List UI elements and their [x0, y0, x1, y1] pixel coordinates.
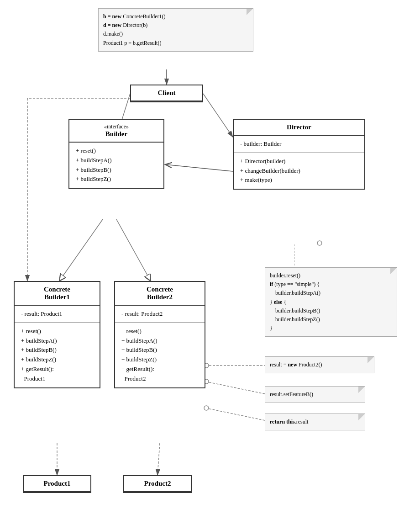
note-reset-text: result = new Product2(): [270, 361, 322, 368]
note-featureb: result.setFeatureB(): [265, 386, 365, 403]
cb1-box: ConcreteBuilder1 - result: Product1 + re…: [14, 281, 100, 388]
builder-method-2: + buildStepA(): [76, 156, 157, 165]
builder-methods: + reset() + buildStepA() + buildStepB() …: [69, 143, 163, 188]
client-label: Client: [131, 85, 202, 101]
cb2-methods: + reset() + buildStepA() + buildStepB() …: [115, 323, 205, 387]
svg-line-7: [59, 219, 103, 281]
builder-method-4: + buildStepZ(): [76, 175, 157, 184]
client-note-line3: d.make(): [103, 30, 248, 38]
cb2-method-2: + buildStepA(): [121, 336, 198, 346]
svg-line-4: [203, 94, 233, 137]
product2-box: Product2: [123, 475, 192, 493]
builder-header: «interface» Builder: [69, 120, 163, 143]
diagram-container: b = new ConcreteBuilder1() d = new Direc…: [0, 0, 420, 530]
cb2-field: - result: Product2: [115, 306, 205, 323]
director-method-3: + make(type): [240, 175, 358, 185]
builder-method-3: + buildStepB(): [76, 165, 157, 175]
dnote-line6: builder.buildStepZ(): [270, 315, 392, 324]
note-return-text: return this.result: [270, 419, 308, 425]
cb2-label: ConcreteBuilder2: [147, 286, 173, 301]
svg-line-6: [165, 164, 233, 171]
director-label: Director: [234, 120, 364, 136]
note-return: return this.result: [265, 413, 365, 430]
cb1-method-3: + buildStepB(): [21, 345, 93, 355]
dnote-line2: if (type == "simple") {: [270, 280, 392, 289]
svg-point-19: [204, 406, 209, 410]
builder-method-1: + reset(): [76, 146, 157, 156]
cb2-method-4: + buildStepZ(): [121, 355, 198, 365]
cb1-method-4: + buildStepZ(): [21, 355, 93, 365]
director-field: - builder: Builder: [234, 136, 364, 153]
dnote-line4: } else {: [270, 298, 392, 307]
cb1-field: - result: Product1: [15, 306, 100, 323]
cb2-method-5: + getResult(): Product2: [121, 365, 198, 384]
dnote-line5: builder.buildStepB(): [270, 307, 392, 315]
svg-line-16: [205, 408, 265, 420]
cb1-method-2: + buildStepA(): [21, 336, 93, 346]
director-method-2: + changeBuilder(builder): [240, 166, 358, 176]
client-note-line2: d = new Director(b): [103, 21, 248, 30]
cb2-method-1: + reset(): [121, 327, 198, 336]
cb1-method-5: + getResult(): Product1: [21, 365, 93, 384]
dnote-line1: builder.reset(): [270, 271, 392, 280]
director-note: builder.reset() if (type == "simple") { …: [265, 267, 397, 337]
product2-label: Product2: [124, 476, 191, 492]
product1-label: Product1: [24, 476, 90, 492]
client-note-line4: Product1 p = b.getResult(): [103, 39, 248, 48]
note-featureb-text: result.setFeatureB(): [270, 391, 313, 398]
cb2-header: ConcreteBuilder2: [115, 282, 205, 306]
svg-line-15: [205, 382, 265, 394]
cb1-method-1: + reset(): [21, 327, 93, 336]
director-box: Director - builder: Builder + Director(b…: [233, 119, 365, 190]
svg-point-20: [317, 241, 322, 245]
note-reset: result = new Product2(): [265, 356, 374, 373]
cb2-method-3: + buildStepB(): [121, 345, 198, 355]
dnote-line3: builder.buildStepA(): [270, 289, 392, 297]
builder-label: Builder: [105, 130, 127, 138]
cb2-box: ConcreteBuilder2 - result: Product2 + re…: [114, 281, 205, 388]
cb1-methods: + reset() + buildStepA() + buildStepB() …: [15, 323, 100, 387]
svg-line-10: [158, 443, 160, 475]
builder-box: «interface» Builder + reset() + buildSte…: [68, 119, 164, 189]
director-methods: + Director(builder) + changeBuilder(buil…: [234, 153, 364, 189]
client-note-line1: b = new ConcreteBuilder1(): [103, 12, 248, 21]
dnote-line7: }: [270, 324, 392, 333]
client-box: Client: [130, 85, 203, 102]
product1-box: Product1: [23, 475, 91, 493]
client-note: b = new ConcreteBuilder1() d = new Direc…: [98, 8, 253, 52]
cb1-label: ConcreteBuilder1: [44, 286, 70, 301]
svg-line-8: [116, 219, 151, 281]
arrows-svg: [0, 0, 420, 530]
director-method-1: + Director(builder): [240, 157, 358, 166]
cb1-header: ConcreteBuilder1: [15, 282, 100, 306]
builder-stereotype: «interface»: [75, 123, 158, 130]
